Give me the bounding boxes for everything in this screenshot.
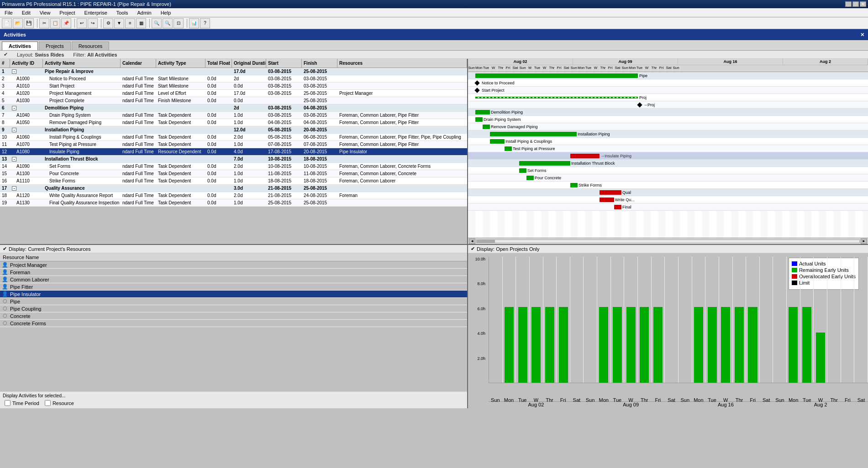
col-header-tf[interactable]: Total Float — [205, 59, 232, 68]
tb-save[interactable]: 💾 — [24, 18, 34, 28]
table-row[interactable]: 1 - Pipe Repair & Improve 17.0d 03-08-20… — [0, 68, 467, 75]
table-row[interactable]: 6 - Demolition Piping 2d 03-08-2015 04-0… — [0, 104, 467, 112]
table-row[interactable]: 17 - Quality Assurance 3.0d 21-08-2015 2… — [0, 185, 467, 192]
close-button[interactable]: ✕ — [860, 1, 866, 7]
menu-help[interactable]: Help — [158, 9, 174, 16]
cell-num: 8 — [0, 120, 10, 125]
tb-help-btn[interactable]: ? — [200, 18, 210, 28]
tab-activities[interactable]: Activities — [2, 42, 38, 50]
menu-project[interactable]: Project — [57, 9, 78, 16]
tb-cut[interactable]: ✂ — [39, 18, 49, 28]
tb-new[interactable]: 📄 — [2, 18, 12, 28]
col-header-resources[interactable]: Resources — [337, 59, 467, 68]
list-item[interactable]: ⬡ Concrete Forms — [0, 320, 467, 327]
menu-edit[interactable]: Edit — [19, 9, 33, 16]
cell-acttype: Start Milestone — [156, 76, 205, 82]
list-item[interactable]: ⬡ Concrete — [0, 312, 467, 320]
table-row[interactable]: 15 A1100 Pour Concrete ndard Full Time T… — [0, 170, 467, 177]
table-row[interactable]: 14 A1090 Set Forms ndard Full Time Task … — [0, 163, 467, 170]
table-row[interactable]: 18 A1120 Write Quality Assurance Report … — [0, 192, 467, 199]
scroll-thumb[interactable] — [477, 240, 495, 243]
minimize-button[interactable]: _ — [845, 1, 852, 7]
col-header-od[interactable]: Original Duration — [232, 59, 266, 68]
cell-actid: A1100 — [10, 171, 43, 177]
scroll-right-arrow[interactable]: ► — [861, 239, 867, 244]
tb-zoom-in[interactable]: 🔍 — [152, 18, 162, 28]
gantt-body[interactable]: Pipe Notice to Proceed Start Project Pro… — [468, 72, 868, 238]
list-item[interactable]: 👤 Pipe Insulator — [0, 291, 467, 298]
table-row[interactable]: 8 A1050 Remove Damaged Piping ndard Full… — [0, 119, 467, 126]
table-row[interactable]: 2 A1000 Notice to Proceed ndard Full Tim… — [0, 75, 467, 83]
cell-actname: Demolition Piping — [43, 105, 121, 111]
tb-open[interactable]: 📂 — [13, 18, 23, 28]
tb-gantt[interactable]: 📊 — [189, 18, 199, 28]
expand-icon[interactable]: - — [12, 186, 16, 191]
table-row[interactable]: 9 - Installation Piping 12.0d 05-08-2015… — [0, 126, 467, 134]
time-period-checkbox[interactable] — [5, 400, 11, 406]
table-row[interactable]: 5 A1030 Project Complete ndard Full Time… — [0, 97, 467, 104]
cell-start: 21-08-2015 — [266, 185, 302, 191]
tb-zoom-out[interactable]: 🔍 — [163, 18, 173, 28]
col-header-actname[interactable]: Activity Name — [43, 59, 121, 68]
tab-projects[interactable]: Projects — [39, 42, 71, 50]
tb-fit[interactable]: ⊡ — [174, 18, 184, 28]
list-item[interactable]: ⬡ Pipe — [0, 298, 467, 305]
list-item[interactable]: 👤 Foreman — [0, 269, 467, 276]
table-row[interactable]: 19 A1130 Final Quality Assurance Inspect… — [0, 199, 467, 207]
col-header-acttype[interactable]: Activity Type — [156, 59, 205, 68]
tb-schedule[interactable]: ⚙ — [103, 18, 113, 28]
menu-admin[interactable]: Admin — [134, 9, 154, 16]
chart-display-checkbox[interactable]: ✔ — [471, 246, 475, 252]
cell-acttype — [156, 71, 205, 72]
cell-res — [337, 159, 467, 160]
col-header-actid[interactable]: Activity ID — [10, 59, 43, 68]
cell-actid: A1080 — [10, 149, 43, 155]
resource-checkbox[interactable] — [45, 400, 51, 406]
scroll-left-arrow[interactable]: ◄ — [469, 239, 475, 244]
expand-icon[interactable]: - — [12, 106, 16, 110]
cell-od: 2d — [232, 105, 266, 111]
menu-tools[interactable]: Tools — [114, 9, 131, 16]
gantt-scrollbar[interactable]: ◄ ► — [468, 238, 868, 244]
list-item[interactable]: 👤 Pipe Fitter — [0, 283, 467, 291]
list-item[interactable]: 👤 Common Laborer — [0, 276, 467, 283]
tb-filter[interactable]: ▼ — [114, 18, 124, 28]
list-item[interactable]: ⬡ Pipe Coupling — [0, 305, 467, 312]
expand-icon[interactable]: - — [12, 128, 16, 132]
chart-col-fri1 — [557, 257, 570, 383]
scroll-track[interactable] — [476, 239, 860, 243]
chart-col-sun1 — [489, 257, 503, 383]
resources-display-checkbox[interactable]: ✔ — [3, 246, 7, 252]
table-row[interactable]: 4 A1020 Project Management ndard Full Ti… — [0, 90, 467, 97]
table-row[interactable]: 13 - Installation Thrust Block 7.0d 10-0… — [0, 156, 467, 163]
tab-resources[interactable]: Resources — [72, 42, 110, 50]
table-row[interactable]: 7 A1040 Drain Piping System ndard Full T… — [0, 112, 467, 119]
maximize-button[interactable]: □ — [852, 1, 859, 7]
table-row[interactable]: 11 A1070 Test Piping at Pressure ndard F… — [0, 141, 467, 148]
tb-group[interactable]: ≡ — [125, 18, 135, 28]
col-header-finish[interactable]: Finish — [302, 59, 337, 68]
chart-bar-remaining — [735, 307, 744, 383]
table-row[interactable]: 10 A1060 Install Piping & Couplings ndar… — [0, 134, 467, 141]
panel-close-icon[interactable]: ✕ — [860, 32, 864, 38]
resource-checkbox-label[interactable]: Resource — [45, 400, 74, 406]
table-row[interactable]: 3 A1010 Start Project ndard Full Time St… — [0, 83, 467, 90]
expand-icon[interactable]: - — [12, 69, 16, 74]
tb-paste[interactable]: 📌 — [61, 18, 71, 28]
expand-icon[interactable]: - — [12, 157, 16, 161]
table-row[interactable]: 12 A1080 Insulate Piping ndard Full Time… — [0, 148, 467, 156]
time-period-checkbox-label[interactable]: Time Period — [5, 400, 39, 406]
tb-columns[interactable]: ▦ — [136, 18, 146, 28]
list-item[interactable]: 👤 Project Manager — [0, 261, 467, 269]
tb-redo[interactable]: ↪ — [88, 18, 98, 28]
menu-file[interactable]: File — [2, 9, 16, 16]
col-header-cal[interactable]: Calendar — [121, 59, 156, 68]
tb-copy[interactable]: 📋 — [50, 18, 60, 28]
tb-undo[interactable]: ↩ — [77, 18, 87, 28]
col-header-start[interactable]: Start — [266, 59, 302, 68]
menu-view[interactable]: View — [37, 9, 53, 16]
menu-enterprise[interactable]: Enterprise — [82, 9, 110, 16]
cell-start: 03-08-2015 — [266, 68, 302, 74]
gantt-row: Pipe — [468, 72, 868, 79]
table-row[interactable]: 16 A1110 Strike Forms ndard Full Time Ta… — [0, 177, 467, 185]
